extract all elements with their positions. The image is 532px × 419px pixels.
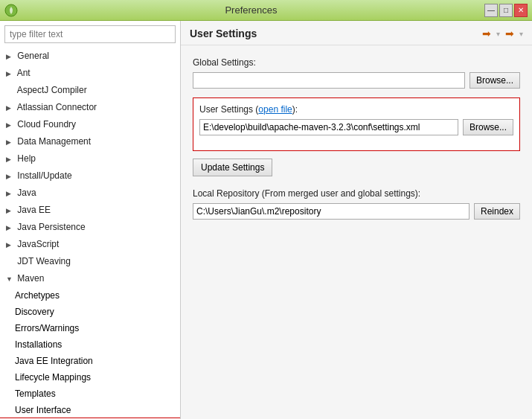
sidebar-item-label: Java Persistence: [17, 222, 85, 232]
sidebar-item-archetypes[interactable]: Archetypes: [0, 287, 180, 304]
sidebar-item-label: Ant: [17, 68, 31, 78]
sidebar-item-label: Java EE Integration: [15, 356, 93, 366]
sidebar-item-label: Templates: [15, 388, 56, 399]
user-settings-text-end: ):: [292, 104, 298, 115]
sidebar-item-label: Installations: [15, 339, 62, 350]
global-settings-input[interactable]: [193, 72, 465, 89]
header-icons: ➡ ▾ ➡ ▾: [480, 27, 523, 40]
global-settings-label: Global Settings:: [193, 57, 520, 68]
sidebar-item-cloudfoundry[interactable]: ▶ Cloud Foundry: [0, 116, 180, 133]
arrow-icon: [6, 84, 15, 97]
sidebar-item-label: Help: [17, 153, 36, 164]
user-settings-input-row: Browse...: [199, 119, 513, 135]
sidebar-item-general[interactable]: ▶ General: [0, 48, 180, 65]
sidebar-item-label: User Interface: [15, 405, 71, 415]
sidebar-item-jdtweaving[interactable]: JDT Weaving: [0, 253, 180, 270]
user-browse-button[interactable]: Browse...: [463, 119, 513, 135]
sidebar-item-discovery[interactable]: Discovery: [0, 304, 180, 320]
content-body: Global Settings: Browse... User Settings…: [181, 45, 532, 419]
sidebar-item-label: Data Management: [17, 136, 91, 147]
arrow-icon: ▶: [6, 170, 15, 183]
sidebar-item-userinterface[interactable]: User Interface: [0, 402, 180, 418]
arrow-icon: ▼: [6, 272, 15, 286]
sidebar-item-label: Java: [17, 188, 36, 198]
window-controls: — □ ✕: [484, 4, 528, 17]
sidebar-item-label: Java EE: [17, 205, 51, 215]
filter-input[interactable]: [4, 25, 176, 43]
sidebar-item-label: Install/Update: [17, 170, 71, 181]
global-settings-row: Browse...: [193, 72, 520, 89]
local-repo-input[interactable]: [193, 203, 469, 220]
maximize-button[interactable]: □: [499, 4, 513, 17]
local-repo-row: Reindex: [193, 203, 520, 220]
sidebar-item-label: JDT Weaving: [17, 256, 71, 266]
sidebar-item-label: JavaScript: [17, 239, 59, 249]
page-title: User Settings: [190, 28, 257, 39]
content-header: User Settings ➡ ▾ ➡ ▾: [181, 21, 532, 45]
arrow-icon: ▶: [6, 204, 15, 217]
content-area: User Settings ➡ ▾ ➡ ▾ Global Settings: B…: [181, 21, 532, 419]
reindex-button[interactable]: Reindex: [474, 203, 520, 220]
arrow-icon: [6, 255, 15, 269]
sep2: ▾: [519, 30, 523, 38]
sidebar-item-templates[interactable]: Templates: [0, 386, 180, 402]
arrow-icon: ▶: [6, 118, 15, 132]
sidebar-item-atlassian[interactable]: ▶ Atlassian Connector: [0, 99, 180, 116]
sidebar-item-label: General: [17, 51, 49, 61]
minimize-button[interactable]: —: [484, 4, 498, 17]
sidebar-item-java[interactable]: ▶ Java: [0, 185, 180, 202]
tree-container: ▶ General ▶ Ant AspectJ Compiler ▶ Atlas…: [0, 48, 180, 419]
arrow-icon: ▶: [6, 50, 15, 63]
sidebar-item-aspectj[interactable]: AspectJ Compiler: [0, 82, 180, 99]
sep1: ▾: [496, 30, 500, 38]
sidebar-item-label: AspectJ Compiler: [17, 85, 87, 95]
sidebar: ▶ General ▶ Ant AspectJ Compiler ▶ Atlas…: [0, 21, 181, 419]
sidebar-item-label: Archetypes: [15, 290, 60, 301]
sidebar-item-errorswarnings[interactable]: Errors/Warnings: [0, 320, 180, 336]
sidebar-item-label: Errors/Warnings: [15, 323, 79, 333]
arrow-icon: ▶: [6, 221, 15, 234]
local-repo-label: Local Repository (From merged user and g…: [193, 188, 520, 199]
sidebar-item-javascript[interactable]: ▶ JavaScript: [0, 236, 180, 253]
arrow-icon: ▶: [6, 101, 15, 115]
arrow-icon: ▶: [6, 238, 15, 252]
arrow-icon: ▶: [6, 187, 15, 200]
sidebar-item-ant[interactable]: ▶ Ant: [0, 65, 180, 82]
open-file-link[interactable]: open file: [258, 104, 292, 115]
sidebar-item-maven[interactable]: ▼ Maven: [0, 270, 180, 287]
sidebar-item-javaee[interactable]: ▶ Java EE: [0, 202, 180, 219]
global-browse-button[interactable]: Browse...: [469, 72, 520, 89]
user-settings-label: User Settings (open file):: [199, 104, 513, 115]
sidebar-item-label: Maven: [17, 273, 44, 284]
user-settings-text: User Settings (: [199, 104, 258, 115]
app-icon: [4, 4, 18, 17]
user-settings-box: User Settings (open file): Browse...: [193, 97, 520, 151]
sidebar-item-label: Lifecycle Mappings: [15, 372, 91, 383]
sidebar-item-installations[interactable]: Installations: [0, 336, 180, 353]
window-title: Preferences: [18, 4, 484, 16]
arrow-icon: ▶: [6, 67, 15, 80]
sidebar-item-label: Cloud Foundry: [17, 119, 76, 129]
sidebar-item-javaeeintegration[interactable]: Java EE Integration: [0, 353, 180, 369]
user-settings-input[interactable]: [199, 119, 458, 135]
sidebar-item-label: Discovery: [15, 307, 54, 317]
update-settings-button[interactable]: Update Settings: [193, 159, 272, 176]
main-container: ▶ General ▶ Ant AspectJ Compiler ▶ Atlas…: [0, 21, 532, 419]
forward-icon[interactable]: ➡: [503, 27, 516, 40]
sidebar-item-lifecyclemappings[interactable]: Lifecycle Mappings: [0, 369, 180, 386]
sidebar-item-help[interactable]: ▶ Help: [0, 150, 180, 167]
sidebar-item-installupdater[interactable]: ▶ Install/Update: [0, 167, 180, 185]
arrow-icon: ▶: [6, 135, 15, 149]
sidebar-item-label: Atlassian Connector: [17, 102, 97, 112]
sidebar-item-datamanagement[interactable]: ▶ Data Management: [0, 133, 180, 150]
close-button[interactable]: ✕: [514, 4, 528, 17]
title-bar: Preferences — □ ✕: [0, 0, 532, 21]
arrow-icon: ▶: [6, 153, 15, 166]
sidebar-item-javapersistence[interactable]: ▶ Java Persistence: [0, 219, 180, 236]
back-icon[interactable]: ➡: [480, 27, 493, 40]
